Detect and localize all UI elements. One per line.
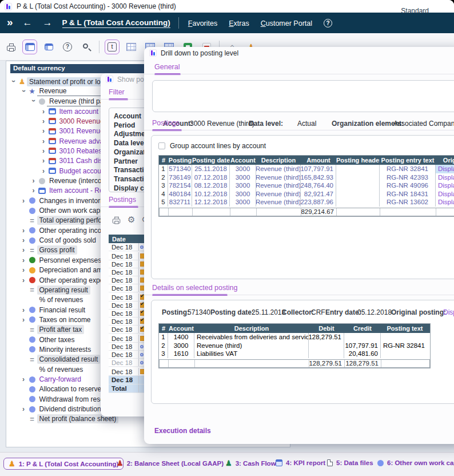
collapse-menu-icon[interactable]: » [7,16,12,29]
text-mode-icon[interactable] [105,39,120,54]
posting-line-row[interactable]: 11400Receivables from deliveries and ser… [159,333,430,342]
tree-item-minority-interests[interactable]: Minority interests [20,344,94,354]
col-header-amount[interactable]: Amount [301,157,336,164]
worksheet-tab-4[interactable]: 4: KPI report [271,458,330,468]
nav-current-view[interactable]: P & L (Total Cost Accounting) [62,18,170,28]
settings-gear-icon[interactable]: ⚙ [128,215,135,224]
tree-item-financial-result[interactable]: ›Financial result [20,305,88,315]
worksheet-tab-1[interactable]: ♟1: P & L (Total Cost Accounting) [3,458,124,470]
drill-down-title-bar[interactable]: Drill down to posting level [144,47,454,59]
display-original-posting-link[interactable]: Display original posting [436,198,454,207]
checkbox-icon[interactable] [158,142,165,149]
display-original-posting-link[interactable]: Display original posting [436,190,454,199]
col-header-posting[interactable]: Posting [168,157,192,164]
chevron-collapsed-icon[interactable]: › [40,137,47,145]
layout-left-icon[interactable] [22,39,37,54]
posting-line-row[interactable]: 31610Liabilities VAT20,481.60 [159,350,430,358]
col-header-description[interactable]: Description [256,157,301,164]
search-icon[interactable] [79,39,94,54]
col-header-description[interactable]: Description [194,325,309,332]
profile-selector[interactable]: Standard [401,7,429,15]
worksheet-tab-2[interactable]: ♟2: Balance Sheet (Local GAAP) [112,458,228,469]
tree-item-operating-result[interactable]: =Operating result [20,285,90,295]
tree-item-other-operating-income[interactable]: ›Other operating income [20,225,113,235]
back-arrow-icon[interactable]: ← [23,17,33,29]
tree-item-3010-rebates[interactable]: ›3010 Rebates [40,146,105,156]
nav-item-extras[interactable]: Extras [229,19,249,27]
tree-item-other-taxes[interactable]: Other taxes [20,335,77,344]
print-icon[interactable] [113,219,121,223]
tab-general[interactable]: General [154,63,180,71]
group-by-account-checkbox-row[interactable]: Group account lines by account [158,142,266,150]
display-original-posting-link[interactable]: Display original posting [436,165,454,173]
tree-item-taxes-on-income[interactable]: ›Taxes on income [20,315,93,324]
col-header-original-posting[interactable]: Original posting [436,157,454,164]
posting-row[interactable]: 448018410.12.20183000Revenue (third)82,9… [159,190,454,199]
chevron-collapsed-icon[interactable]: › [40,167,47,175]
chevron-collapsed-icon[interactable]: › [40,157,47,165]
col-header-posting-text[interactable]: Posting text [381,325,429,332]
execution-details-link[interactable]: Execution details [154,427,211,435]
tree-item-cost-of-goods-sold[interactable]: ›Cost of goods sold [20,236,98,245]
posting-row[interactable]: 583271112.12.20183000Revenue (third)223,… [159,198,454,207]
tree-item-consolidated-result[interactable]: =Consolidated result [20,355,101,364]
nav-item-favorites[interactable]: Favorites [188,19,217,27]
chevron-collapsed-icon[interactable]: › [30,187,37,195]
tree-item-personnel-expenses[interactable]: ›Personnel expenses [20,255,104,265]
chevron-collapsed-icon[interactable]: › [30,177,37,185]
printer-icon[interactable] [3,39,18,54]
tab-filter[interactable]: Filter [109,88,125,96]
tab-postings[interactable]: Postings [152,119,180,127]
chevron-expanded-icon[interactable]: › [19,87,27,94]
tree-item-changes-in-inventories[interactable]: ›Changes in inventories [20,196,111,205]
col-header-account[interactable]: Account [230,157,256,164]
tree-item-allocation-to-reserves[interactable]: Allocation to reserves [20,384,107,394]
col-header-posting-entry-text[interactable]: Posting entry text [380,157,436,164]
posting-row[interactable]: 378215408.12.20183000Revenue (third)248,… [159,181,454,190]
col-header-posting-header[interactable]: Posting header [336,157,380,164]
original-posting-link[interactable]: Display [443,308,454,316]
grid-icon[interactable] [124,39,138,54]
layout-left-small-icon[interactable] [41,39,56,54]
col-header--[interactable]: # [159,325,168,332]
chevron-collapsed-icon[interactable]: › [20,246,27,254]
tree-item-of-revenues[interactable]: % of revenues [20,295,86,305]
chevron-expanded-icon[interactable]: › [10,77,18,85]
chevron-expanded-icon[interactable]: › [30,97,38,105]
tab-details[interactable]: Details on selected posting [152,284,237,292]
nav-help-icon[interactable]: ? [324,19,332,27]
tree-item-statement-of-profit-or-loss[interactable]: ›♟Statement of profit or loss [10,77,110,86]
tree-item-revenue[interactable]: ›★Revenue [20,86,101,96]
chevron-collapsed-icon[interactable]: › [20,316,27,324]
worksheet-tab-6[interactable]: 6: Other own work capitalized [373,458,454,468]
chevron-collapsed-icon[interactable]: › [40,127,47,135]
tree-item-dividend-distribution[interactable]: ›Dividend distribution [20,404,103,414]
chevron-collapsed-icon[interactable]: › [20,266,27,274]
nav-item-customer-portal[interactable]: Customer Portal [261,19,312,27]
chevron-collapsed-icon[interactable]: › [40,108,47,116]
chevron-collapsed-icon[interactable]: › [20,197,27,205]
chevron-collapsed-icon[interactable]: › [20,276,27,284]
chevron-collapsed-icon[interactable]: › [20,256,27,264]
tree-item-carry-forward[interactable]: ›Carry-forward [20,375,83,384]
chevron-collapsed-icon[interactable]: › [20,306,27,314]
chevron-collapsed-icon[interactable]: › [40,147,47,155]
chevron-collapsed-icon[interactable]: › [20,227,27,235]
col-header-debit[interactable]: Debit [309,325,344,332]
display-original-posting-link[interactable]: Display original posting [436,181,454,190]
display-original-posting-link[interactable]: Display original posting [436,173,454,182]
worksheet-tab-5[interactable]: 5: Data files [322,458,378,468]
col-header-account[interactable]: Account [168,325,194,332]
forward-arrow-icon[interactable]: → [43,17,53,29]
chevron-collapsed-icon[interactable]: › [20,405,27,413]
posting-line-row[interactable]: 23000Revenue (third)107,797.91RG-NR 3284… [159,342,430,350]
tree-item-gross-profit[interactable]: ›=Gross profit [20,245,77,255]
tree-item-of-revenues[interactable]: % of revenues [20,364,86,374]
posting-row[interactable]: 273614907.12.20183000Revenue (third)165,… [159,173,454,182]
help-icon[interactable] [60,39,75,54]
tree-item-profit-after-tax[interactable]: =Profit after tax [20,325,85,335]
col-header--[interactable]: # [159,157,168,164]
posting-row[interactable]: 157134025.11.20183000Revenue (third)107,… [159,165,454,173]
chevron-collapsed-icon[interactable]: › [20,236,27,244]
col-header-credit[interactable]: Credit [344,325,381,332]
